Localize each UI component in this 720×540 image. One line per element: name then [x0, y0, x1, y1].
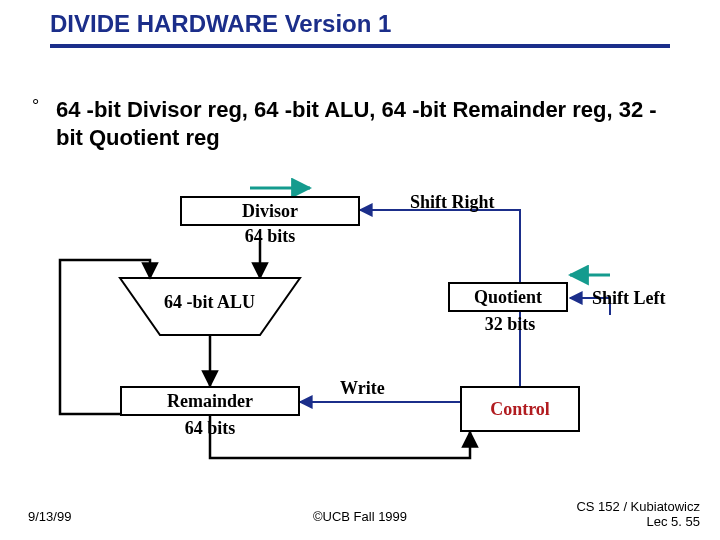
divisor-bits: 64 bits [220, 226, 320, 247]
footer-lecture: Lec 5. 55 [647, 514, 701, 529]
diagram-wires [40, 170, 680, 470]
footer-course-name: CS 152 / Kubiatowicz [576, 499, 700, 514]
bullet-marker: ° [32, 96, 39, 117]
shift-left-label: Shift Left [592, 288, 666, 309]
remainder-bits: 64 bits [170, 418, 250, 439]
shift-right-label: Shift Right [410, 192, 495, 213]
write-label: Write [340, 378, 385, 399]
remainder-label: Remainder [167, 391, 253, 412]
title-underline [50, 44, 670, 48]
control-label: Control [490, 399, 550, 420]
page-title: DIVIDE HARDWARE Version 1 [50, 10, 391, 38]
hardware-diagram: Divisor 64 bits Shift Right 64 -bit ALU … [40, 170, 680, 470]
quotient-register: Quotient [448, 282, 568, 312]
quotient-bits: 32 bits [470, 314, 550, 335]
footer-course: CS 152 / Kubiatowicz Lec 5. 55 [576, 500, 700, 530]
control-block: Control [460, 386, 580, 432]
bullet-text: 64 -bit Divisor reg, 64 -bit ALU, 64 -bi… [56, 96, 676, 151]
bullet-item: ° 64 -bit Divisor reg, 64 -bit ALU, 64 -… [36, 96, 676, 151]
divisor-register: Divisor [180, 196, 360, 226]
divisor-label: Divisor [242, 201, 298, 222]
quotient-label: Quotient [474, 287, 542, 308]
remainder-register: Remainder [120, 386, 300, 416]
alu-label: 64 -bit ALU [164, 292, 255, 313]
